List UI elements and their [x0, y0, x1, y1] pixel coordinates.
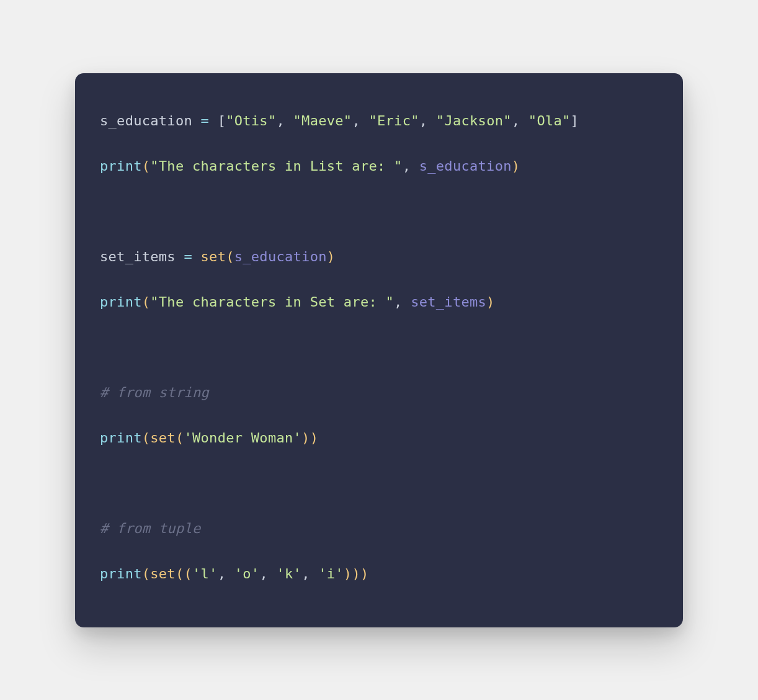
parameter: s_education: [419, 158, 512, 174]
paren-open: (: [142, 430, 151, 446]
string-literal: "The characters in List are: ": [150, 158, 402, 174]
code-line-6: print(set('Wonder Woman')): [100, 428, 658, 448]
bracket-open: [: [218, 113, 226, 128]
comma: ,: [276, 113, 293, 128]
comment: # from string: [100, 385, 209, 400]
code-line-3: set_items = set(s_education): [100, 246, 658, 267]
function-set: set: [150, 430, 176, 446]
parameter: set_items: [411, 294, 486, 310]
string-literal: 'k': [276, 566, 301, 581]
string-literal: "The characters in Set are: ": [150, 294, 394, 310]
function-print: print: [100, 294, 142, 310]
function-print: print: [100, 430, 142, 446]
comma: ,: [512, 113, 528, 128]
blank-line: [100, 337, 658, 357]
code-line-1: s_education = ["Otis", "Maeve", "Eric", …: [100, 110, 658, 131]
paren-open: (: [142, 158, 151, 174]
string-literal: "Ola": [528, 113, 571, 128]
string-literal: "Otis": [226, 113, 276, 128]
paren-close: ): [512, 158, 520, 174]
operator: =: [192, 113, 218, 128]
operator: =: [176, 249, 201, 264]
code-block: s_education = ["Otis", "Maeve", "Eric", …: [75, 73, 683, 627]
paren-close: ): [301, 430, 310, 446]
string-literal: "Jackson": [436, 113, 512, 128]
variable: s_education: [100, 113, 192, 128]
function-print: print: [100, 158, 142, 174]
code-line-2: print("The characters in List are: ", s_…: [100, 156, 658, 176]
blank-line: [100, 473, 658, 493]
paren-open: (: [226, 249, 234, 264]
paren-open: (: [142, 294, 151, 310]
string-literal: 'o': [234, 566, 260, 581]
paren-close: ): [486, 294, 495, 310]
code-line-4: print("The characters in Set are: ", set…: [100, 292, 658, 312]
comment: # from tuple: [100, 521, 201, 536]
string-literal: 'i': [318, 566, 344, 581]
paren-open: (: [176, 566, 184, 581]
code-line-7: # from tuple: [100, 518, 658, 539]
comma: ,: [218, 566, 234, 581]
code-line-5: # from string: [100, 382, 658, 403]
paren-close: ): [352, 566, 360, 581]
parameter: s_education: [234, 249, 327, 264]
string-literal: "Maeve": [293, 113, 352, 128]
paren-close: ): [310, 430, 319, 446]
string-literal: 'Wonder Woman': [184, 430, 301, 446]
comma: ,: [259, 566, 276, 581]
paren-close: ): [344, 566, 352, 581]
comma: ,: [419, 113, 436, 128]
function-print: print: [100, 566, 142, 581]
paren-open: (: [142, 566, 151, 581]
string-literal: "Eric": [368, 113, 419, 128]
string-literal: 'l': [192, 566, 218, 581]
paren-close: ): [360, 566, 369, 581]
bracket-close: ]: [571, 113, 579, 128]
code-line-8: print(set(('l', 'o', 'k', 'i'))): [100, 563, 658, 584]
paren-open: (: [176, 430, 184, 446]
function-set: set: [150, 566, 176, 581]
paren-open: (: [184, 566, 192, 581]
variable: set_items: [100, 249, 176, 264]
function-set: set: [201, 249, 226, 264]
comma: ,: [301, 566, 318, 581]
blank-line: [100, 201, 658, 222]
comma: ,: [352, 113, 368, 128]
comma: ,: [394, 294, 411, 310]
paren-close: ): [327, 249, 336, 264]
comma: ,: [403, 158, 419, 174]
